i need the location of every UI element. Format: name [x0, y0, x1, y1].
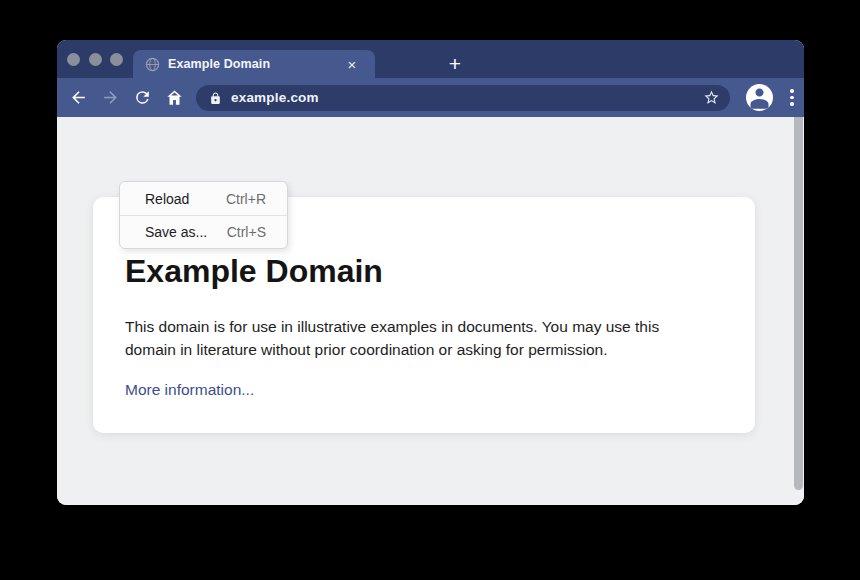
address-bar[interactable]: example.com [196, 85, 730, 111]
browser-tab[interactable]: Example Domain × [133, 50, 375, 78]
traffic-lights [67, 53, 123, 66]
page-title: Example Domain [125, 253, 719, 290]
reload-button[interactable] [130, 85, 155, 110]
url-text[interactable]: example.com [231, 90, 700, 105]
star-icon [703, 89, 720, 106]
new-tab-button[interactable]: + [441, 50, 469, 78]
context-menu-item-save-as[interactable]: Save as... Ctrl+S [120, 215, 287, 248]
lock-icon [209, 91, 222, 104]
scrollbar[interactable] [794, 117, 803, 490]
tab-close-icon[interactable]: × [343, 55, 361, 73]
back-icon [69, 88, 88, 107]
profile-avatar-button[interactable] [746, 84, 773, 111]
menu-item-label: Reload [145, 191, 189, 207]
forward-icon [101, 88, 120, 107]
context-menu-item-reload[interactable]: Reload Ctrl+R [120, 182, 287, 215]
close-window-button[interactable] [67, 53, 80, 66]
maximize-window-button[interactable] [110, 53, 123, 66]
browser-menu-button[interactable] [783, 86, 801, 110]
reload-icon [133, 88, 152, 107]
menu-item-shortcut: Ctrl+R [226, 191, 266, 207]
context-menu: Reload Ctrl+R Save as... Ctrl+S [119, 181, 288, 249]
menu-item-label: Save as... [145, 224, 207, 240]
minimize-window-button[interactable] [89, 53, 102, 66]
tab-title: Example Domain [168, 57, 343, 71]
browser-toolbar: example.com [57, 78, 804, 117]
screenshot-stage: Example Domain × + exampl [0, 0, 860, 580]
page-paragraph: This domain is for use in illustrative e… [125, 316, 711, 361]
home-icon [165, 88, 184, 107]
titlebar: Example Domain × + [57, 40, 804, 78]
kebab-menu-icon [790, 89, 794, 93]
more-information-link[interactable]: More information... [125, 381, 254, 399]
forward-button[interactable] [98, 85, 123, 110]
page-content: Example Domain This domain is for use in… [57, 117, 804, 505]
menu-item-shortcut: Ctrl+S [227, 224, 266, 240]
browser-window: Example Domain × + exampl [57, 40, 804, 505]
home-button[interactable] [162, 85, 187, 110]
back-button[interactable] [66, 85, 91, 110]
avatar-icon [746, 84, 773, 111]
tab-favicon-globe-icon [145, 57, 160, 72]
bookmark-star-button[interactable] [700, 87, 722, 109]
